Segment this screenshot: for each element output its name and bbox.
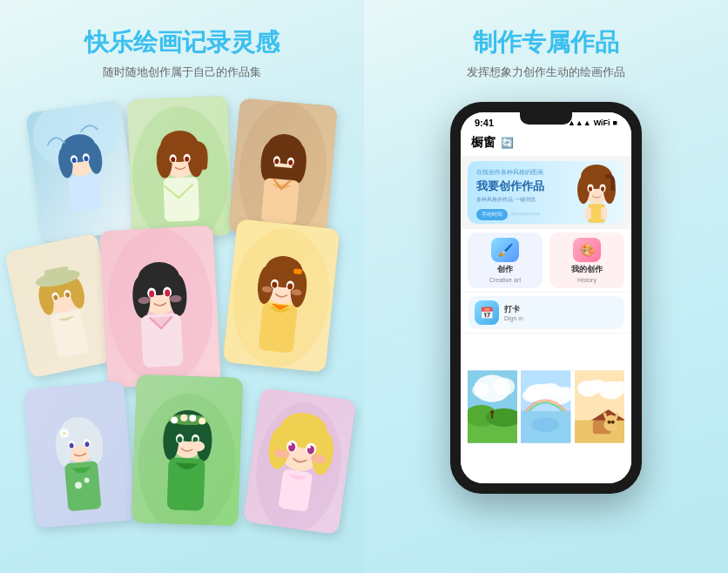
bottom-gallery [461,334,631,483]
left-title-normal: 快乐绘画 [84,29,182,56]
history-icon-item[interactable]: 🎨 我的创作 History [549,233,624,288]
signin-text-name: 打卡 [504,304,523,315]
svg-point-143 [522,389,541,402]
card-6 [223,219,340,372]
history-icon-box: 🎨 [573,238,601,262]
creative-art-sub: Creative art [489,277,521,283]
creative-art-icon-box: 🖌️ [491,238,519,262]
svg-point-125 [589,186,592,192]
left-title-accent: 记录灵感 [182,29,280,56]
gallery-thumb-1[interactable] [468,337,517,476]
creative-art-name: 创作 [497,264,513,275]
svg-rect-129 [601,207,607,219]
signin-row: 📅 打卡 Dign in [461,293,631,333]
svg-point-146 [532,418,559,433]
signin-item[interactable]: 📅 打卡 Dign in [468,296,624,329]
wifi-icon: WiFi [594,118,610,127]
card-2 [127,96,233,239]
phone-screen: 9:41 ▲▲▲ WiFi ■ 橱窗 🔄 在线创作各种风格的图画 我要创作作品 … [461,112,631,483]
status-icons: ▲▲▲ WiFi ■ [568,118,617,127]
svg-point-132 [493,378,515,396]
card-8 [131,374,243,526]
svg-rect-21 [163,177,199,221]
svg-rect-138 [491,414,493,418]
right-panel: 制作专属作品 发挥想象力创作生动的绘画作品 9:41 ▲▲▲ WiFi ■ 橱窗… [364,0,728,573]
history-name: 我的创作 [571,264,603,275]
phone-mockup: 9:41 ▲▲▲ WiFi ■ 橱窗 🔄 在线创作各种风格的图画 我要创作作品 … [450,102,642,494]
card-1 [25,100,138,243]
top-bar: 橱窗 🔄 [461,131,631,156]
history-sub: History [577,277,597,283]
right-title-accent: 作品 [570,29,619,56]
top-bar-refresh-icon[interactable]: 🔄 [501,137,514,149]
app-icons-row: 🖌️ 创作 Creative art 🎨 我的创作 History [461,229,631,292]
top-bar-title: 橱窗 [471,135,495,151]
phone-notch [520,112,572,125]
gallery-thumb-3[interactable] [575,337,624,476]
banner-character [572,161,620,224]
svg-rect-128 [585,207,591,219]
svg-point-137 [490,410,494,414]
app-banner[interactable]: 在线创作各种风格的图画 我要创作作品 多种风格的作品 一键浏览 手绘时间 >>>… [468,161,624,224]
card-9 [243,388,357,535]
right-subtitle: 发挥想象力创作生动的绘画作品 [467,64,625,80]
svg-point-156 [605,415,617,426]
svg-point-157 [607,421,610,424]
gallery-thumb-2[interactable] [521,337,570,476]
left-subtitle: 随时随地创作属于自己的作品集 [103,64,261,80]
creative-art-icon-item[interactable]: 🖌️ 创作 Creative art [468,233,543,288]
right-title: 制作专属作品 [473,26,619,59]
card-5 [99,226,220,388]
banner-arrow: >>>>>>>> [511,211,540,217]
right-title-normal: 制作专属 [473,29,570,56]
banner-button[interactable]: 手绘时间 [476,209,508,220]
svg-point-126 [601,186,604,192]
battery-icon: ■ [613,118,617,127]
left-title: 快乐绘画记录灵感 [84,26,280,59]
cards-container [17,98,347,550]
signin-text-sub: Dign in [504,315,523,321]
svg-point-158 [610,421,614,424]
svg-point-133 [472,383,490,398]
left-panel: 快乐绘画记录灵感 随时随地创作属于自己的作品集 [0,0,364,573]
card-7 [24,381,136,528]
status-time: 9:41 [475,118,494,128]
svg-rect-10 [68,174,102,212]
signin-icon-box: 📅 [475,300,499,325]
